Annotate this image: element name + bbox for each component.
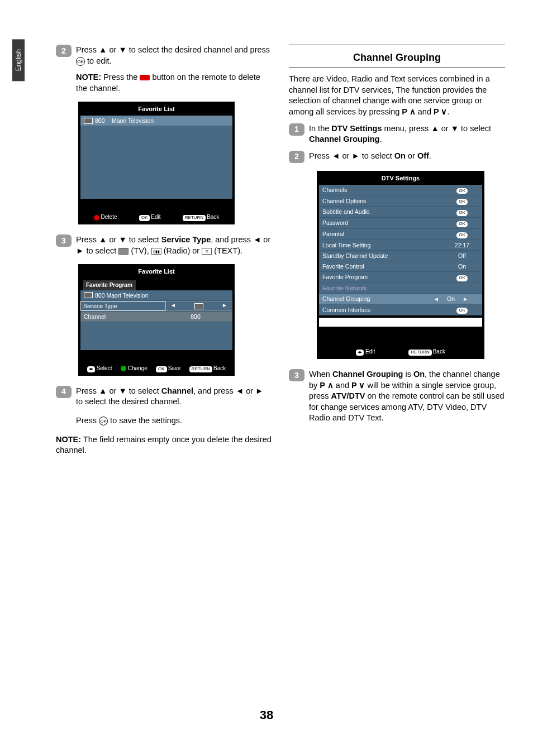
label: Service Type <box>80 301 165 311</box>
section-title: Channel Grouping <box>289 51 505 64</box>
osd-row: Subtitle and AudioOK <box>319 207 482 218</box>
p-up: P ∧ <box>320 381 333 390</box>
bold: Channel Grouping <box>309 135 379 143</box>
label: Channels <box>322 186 445 194</box>
step-2: 2 Press ▲ or ▼ to select the desired cha… <box>56 45 272 66</box>
osd-title: Favorite List <box>80 265 232 278</box>
text: Press ▲ or ▼ to select <box>76 235 161 244</box>
text: Press ▲ or ▼ to select <box>76 386 161 395</box>
osd-row-selected: 800 Maori Television <box>80 116 232 126</box>
ok-badge: OK <box>456 199 468 205</box>
osd-row: ChannelsOK <box>319 185 482 196</box>
text: is <box>403 370 413 379</box>
text: There are Video, Radio and Text services… <box>289 74 490 116</box>
bold: Channel Grouping <box>332 370 403 379</box>
text-icon: ≡ <box>202 248 212 255</box>
tv-icon <box>84 292 93 298</box>
divider <box>289 68 505 68</box>
osd-title: DTV Settings <box>319 172 482 185</box>
osd-favorite-list-2: Favorite List Favorite Program 800 Maori… <box>78 264 235 376</box>
note-label: NOTE: <box>76 73 101 82</box>
step-4: 4 Press ▲ or ▼ to select Channel, and pr… <box>56 386 272 408</box>
bold: Service Type <box>161 235 211 244</box>
footer-back: RETURNBack <box>189 365 226 372</box>
label: Favorite Network <box>322 284 445 292</box>
footer-edit: ◂▸Edit <box>356 348 375 356</box>
step-text: Press ▲ or ▼ to select Service Type, and… <box>76 235 272 256</box>
footer-change: Change <box>121 365 147 372</box>
label: Standby Channel Update <box>322 252 445 260</box>
osd-footer: Delete OKEdit RETURNBack <box>80 210 232 222</box>
osd-favorite-list-1: Favorite List 800 Maori Television Delet… <box>78 102 235 224</box>
osd-row: Channel OptionsOK <box>319 195 482 207</box>
return-key-icon: RETURN <box>408 350 431 356</box>
step-badge: 3 <box>289 369 304 381</box>
bold: Channel <box>161 386 193 395</box>
osd-empty-rows <box>80 126 232 199</box>
ok-badge: OK <box>456 275 468 281</box>
osd-row: Favorite ProgramOK <box>319 272 482 283</box>
value: OK <box>445 305 479 314</box>
text: The field remains empty once you delete … <box>56 435 272 455</box>
text: 800 Maori Television <box>95 291 149 299</box>
osd-row: Favorite Network <box>319 283 482 294</box>
text: Press ▲ or ▼ to select the desired chann… <box>76 45 270 54</box>
page-number: 38 <box>0 708 533 722</box>
channel-name: Maori Television <box>112 117 154 125</box>
return-key-icon: RETURN <box>189 366 212 372</box>
osd-row: Common InterfaceOK <box>319 304 482 315</box>
value: OK <box>445 186 479 194</box>
label: Channel <box>84 313 162 320</box>
text: and <box>334 381 351 390</box>
text: and <box>416 107 434 116</box>
footer-save: OKSave <box>156 365 180 372</box>
tv-icon <box>84 118 93 124</box>
label: Subtitle and Audio <box>322 208 445 216</box>
osd-footer: ◂▸Edit RETURNBack <box>319 344 482 357</box>
value: 22:17 <box>445 241 479 249</box>
bold: On <box>394 151 406 160</box>
value: 800 <box>162 313 229 320</box>
blank-strip <box>319 318 482 327</box>
label: Channel Grouping <box>322 295 423 303</box>
value: On <box>445 262 479 270</box>
tv-icon <box>194 303 203 309</box>
text: . <box>379 135 382 143</box>
subheader: Favorite Program <box>83 280 136 290</box>
osd-title: Favorite List <box>80 103 232 116</box>
value: OK <box>445 230 479 238</box>
osd-empty-rows <box>80 322 232 350</box>
text: to save the settings. <box>108 416 182 425</box>
osd-row: Favorite ControlOn <box>319 261 482 272</box>
p-down: P ∨ <box>434 107 447 116</box>
step-badge: 2 <box>56 45 72 57</box>
left-arrow-icon: ◄ <box>166 302 180 310</box>
label: Password <box>322 219 445 227</box>
ok-key-icon: OK <box>139 215 150 221</box>
step-text: Press ▲ or ▼ to select Channel, and pres… <box>76 386 272 408</box>
bold: ATV/DTV <box>331 391 365 400</box>
value: OK <box>445 197 479 205</box>
bold: DTV Settings <box>331 124 382 133</box>
right-column: Channel Grouping There are Video, Radio … <box>289 45 505 456</box>
green-dot-icon <box>121 366 126 371</box>
divider <box>289 45 505 45</box>
step-badge: 3 <box>56 235 72 247</box>
value: OK <box>445 273 479 281</box>
bold: Off <box>417 151 429 160</box>
osd-row: Local Time Setting22:17 <box>319 240 482 251</box>
red-dot-icon <box>94 215 99 221</box>
arrows-icon: ◂▸ <box>356 350 364 356</box>
note-2: NOTE: The field remains empty once you d… <box>56 434 272 456</box>
osd-row: 800 Maori Television <box>80 290 232 301</box>
footer-delete: Delete <box>94 213 117 221</box>
footer-edit: OKEdit <box>139 213 161 221</box>
right-arrow-icon: ► <box>217 302 232 310</box>
return-key-icon: RETURN <box>183 215 206 221</box>
label: Common Interface <box>322 306 445 314</box>
text: (Radio) or <box>161 246 202 255</box>
text: (TV), <box>129 246 151 255</box>
intro-text: There are Video, Radio and Text services… <box>289 74 505 117</box>
step-badge: 2 <box>289 151 304 163</box>
osd-row-channel: Channel 800 <box>80 312 232 322</box>
